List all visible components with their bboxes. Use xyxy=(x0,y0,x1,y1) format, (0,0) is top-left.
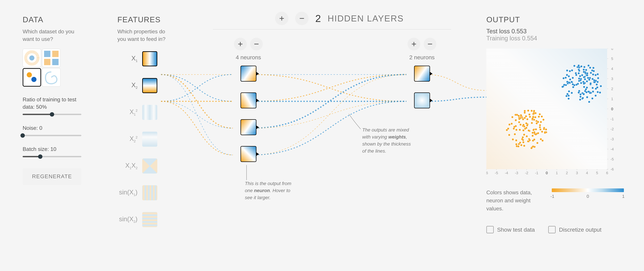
dataset-spiral[interactable] xyxy=(42,68,60,87)
feature-label: X2 xyxy=(118,82,138,90)
regenerate-button[interactable]: REGENERATE xyxy=(23,168,81,185)
add-layer-button[interactable] xyxy=(275,12,288,25)
neuron[interactable] xyxy=(240,92,256,108)
slider-ratio[interactable]: Ratio of training to test data: 50% xyxy=(23,96,85,115)
svg-point-197 xyxy=(542,119,544,121)
layer1-remove-neuron-button[interactable] xyxy=(250,38,263,50)
svg-point-215 xyxy=(539,124,541,126)
neuron[interactable] xyxy=(414,92,430,108)
svg-point-138 xyxy=(588,91,590,93)
feature-tile[interactable] xyxy=(142,132,157,147)
svg-point-282 xyxy=(522,124,524,126)
svg-point-292 xyxy=(535,133,537,135)
svg-point-85 xyxy=(592,87,594,89)
layer2-add-neuron-button[interactable] xyxy=(408,38,420,50)
svg-point-177 xyxy=(577,83,579,85)
feature-tile[interactable] xyxy=(142,212,157,227)
svg-text:0: 0 xyxy=(611,107,613,111)
svg-point-246 xyxy=(521,138,523,140)
svg-point-285 xyxy=(526,118,528,120)
feature-tile[interactable] xyxy=(142,105,157,120)
svg-point-103 xyxy=(562,86,564,88)
svg-point-118 xyxy=(583,76,585,78)
svg-point-109 xyxy=(595,74,597,76)
svg-point-6 xyxy=(27,72,32,77)
svg-text:-4: -4 xyxy=(505,171,508,175)
svg-point-155 xyxy=(579,99,581,101)
svg-point-194 xyxy=(541,116,543,118)
svg-point-295 xyxy=(527,140,529,142)
svg-point-298 xyxy=(515,119,517,121)
feature-tile[interactable] xyxy=(142,51,157,66)
data-column: DATA Which dataset do you want to use? xyxy=(23,15,85,185)
neuron[interactable] xyxy=(240,146,256,162)
feature-tile[interactable] xyxy=(142,158,157,174)
svg-point-77 xyxy=(572,77,574,79)
feature-tile[interactable] xyxy=(142,185,157,200)
svg-point-98 xyxy=(562,77,564,79)
neuron[interactable] xyxy=(240,66,256,82)
svg-point-279 xyxy=(508,123,510,125)
feature-tile[interactable] xyxy=(142,78,157,93)
svg-point-280 xyxy=(519,129,521,131)
slider-noise[interactable]: Noise: 0 xyxy=(23,124,85,136)
svg-text:6: 6 xyxy=(611,48,613,51)
svg-point-283 xyxy=(515,139,517,141)
plus-icon xyxy=(278,15,285,22)
svg-point-242 xyxy=(532,135,534,137)
feature-x1[interactable]: X1 xyxy=(118,51,171,66)
feature-sinx2[interactable]: sin(X2) xyxy=(118,212,171,227)
layer2-remove-neuron-button[interactable] xyxy=(424,38,436,50)
neuron[interactable] xyxy=(240,119,256,135)
checkbox-show-test-data[interactable]: Show test data xyxy=(486,226,535,233)
svg-point-170 xyxy=(586,74,588,76)
checkbox-discretize-output[interactable]: Discretize output xyxy=(548,226,602,233)
svg-point-275 xyxy=(540,121,542,123)
neuron[interactable] xyxy=(414,66,430,82)
dataset-xor[interactable] xyxy=(42,49,60,67)
svg-point-1 xyxy=(29,55,34,60)
svg-point-184 xyxy=(539,126,541,128)
svg-point-169 xyxy=(569,70,571,72)
svg-rect-8 xyxy=(486,48,607,169)
svg-point-178 xyxy=(599,92,601,94)
feature-label: sin(X2) xyxy=(118,216,138,224)
data-title: DATA xyxy=(23,15,85,24)
legend-text: Colors shows data, neuron and weight val… xyxy=(486,188,538,213)
svg-point-141 xyxy=(578,72,580,74)
svg-point-239 xyxy=(520,144,522,146)
svg-point-81 xyxy=(596,84,598,86)
feature-sinx1[interactable]: sin(X1) xyxy=(118,185,171,200)
feature-x1sq[interactable]: X12 xyxy=(118,105,171,120)
feature-x1x2[interactable]: X1X2 xyxy=(118,158,171,174)
svg-point-270 xyxy=(511,116,513,118)
svg-point-130 xyxy=(583,93,585,95)
svg-text:4: 4 xyxy=(611,67,613,71)
feature-x2[interactable]: X2 xyxy=(118,78,171,93)
svg-point-232 xyxy=(542,140,544,142)
svg-point-260 xyxy=(545,128,547,130)
svg-point-156 xyxy=(571,69,573,71)
output-column: OUTPUT Test loss 0.553 Training loss 0.5… xyxy=(486,15,624,233)
svg-point-251 xyxy=(541,131,543,133)
svg-text:4: 4 xyxy=(586,171,588,175)
svg-point-172 xyxy=(587,77,589,79)
svg-text:-5: -5 xyxy=(495,171,498,175)
output-plot[interactable]: -6-5-4-3-2-10123456-6-5-4-3-2-10123456 xyxy=(486,48,607,178)
dataset-circle[interactable] xyxy=(23,49,41,67)
svg-point-159 xyxy=(592,78,594,80)
slider-batch[interactable]: Batch size: 10 xyxy=(23,145,85,157)
svg-point-166 xyxy=(595,88,597,90)
plus-icon xyxy=(411,41,417,47)
feature-x2sq[interactable]: X22 xyxy=(118,132,171,147)
svg-point-230 xyxy=(534,116,536,118)
header-underline xyxy=(213,29,451,29)
output-title: OUTPUT xyxy=(486,15,624,24)
svg-text:5: 5 xyxy=(611,57,613,61)
svg-point-116 xyxy=(593,70,595,72)
remove-layer-button[interactable] xyxy=(295,12,308,25)
svg-point-144 xyxy=(578,70,580,72)
layer1-add-neuron-button[interactable] xyxy=(234,38,247,50)
svg-point-96 xyxy=(566,74,568,76)
dataset-gaussian[interactable] xyxy=(23,68,41,87)
